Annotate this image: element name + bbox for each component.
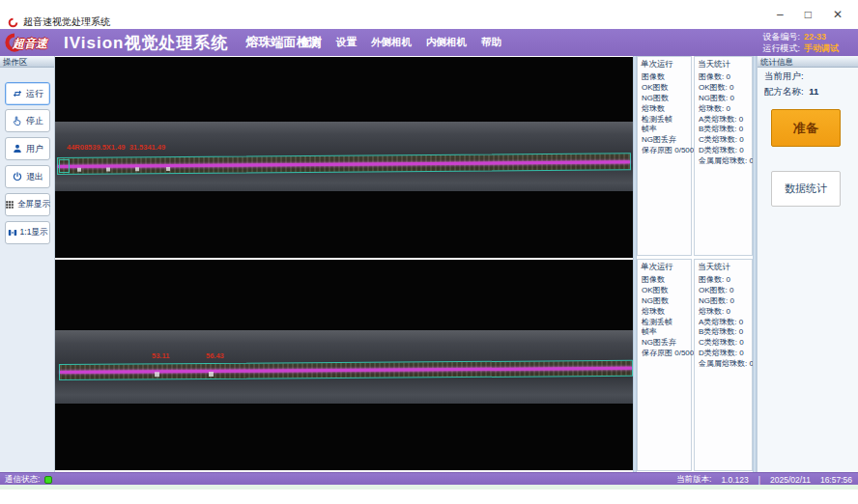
window-title: 超音速视觉处理系统 (23, 15, 110, 29)
recipe-name-value: 11 (809, 86, 818, 97)
stat-row: NG图丢弃 (638, 337, 691, 348)
stat-row: NG图数: 0 (695, 295, 752, 306)
run-button[interactable]: 运行 (5, 82, 50, 105)
outer-camera-stats: 单次运行 图像数 OK图数 NG图数 熔珠数 检测丢帧 帧率 NG图丢弃 保存原… (637, 56, 753, 257)
stat-row: NG图丢弃 (638, 134, 691, 145)
menu-item-settings[interactable]: 设置 (336, 36, 357, 49)
stat-row: D类熔珠数: 0 (695, 348, 752, 358)
stat-row: 金属屑熔珠数: 0 (695, 358, 752, 369)
stat-row: 图像数: 0 (695, 71, 752, 82)
run-icon (12, 88, 23, 99)
camera-viewport: 44R08539.5X1.49 31.5341.49 53.11 56.43 (55, 56, 633, 472)
comm-status-led (44, 476, 52, 484)
app-window: 超音速视觉处理系统 – □ ✕ 超音速 IVision视觉处理系统 熔珠端面检测… (0, 0, 858, 504)
exit-button-label: 退出 (26, 171, 43, 183)
stat-row: NG图数 (638, 93, 691, 103)
bead-marker (106, 168, 110, 172)
fullscreen-button-label: 全屏显示 (17, 199, 50, 210)
stat-row: 图像数 (638, 71, 691, 82)
bead-marker (166, 167, 170, 171)
recipe-name-label: 配方名称: (764, 86, 804, 97)
measurement-annotation: 53.11 (152, 351, 169, 360)
measurement-annotation: 44R08539.5X1.49 31.5341.49 (67, 143, 165, 152)
device-info: 设备编号: 22-33 运行模式: 手动调试 (756, 31, 848, 54)
operation-panel-title: 操作区 (0, 56, 54, 68)
run-mode-value: 手动调试 (804, 42, 848, 54)
stat-row: A类熔珠数: 0 (695, 317, 752, 327)
run-button-label: 运行 (26, 88, 43, 100)
recipe-name-row: 配方名称: 11 (758, 83, 858, 98)
app-title: IVision视觉处理系统 (64, 32, 228, 54)
user-icon (12, 143, 23, 154)
maximize-button[interactable]: □ (805, 8, 812, 21)
stat-row: 图像数 (638, 274, 691, 285)
groupbox-title: 单次运行 (638, 260, 691, 274)
status-time: 16:57:56 (820, 475, 852, 485)
stat-row: 帧率 (638, 326, 691, 337)
stat-row: 熔珠数 (638, 306, 691, 317)
stat-row: NG图数 (638, 295, 691, 306)
laser-profile-line (58, 160, 630, 167)
window-controls: – □ ✕ (777, 8, 843, 21)
measurement-annotation: 56.43 (206, 351, 224, 360)
bead-marker (77, 168, 81, 172)
groupbox-title: 单次运行 (638, 57, 691, 71)
stat-row: OK图数: 0 (695, 82, 752, 93)
one-to-one-icon (8, 228, 17, 238)
stat-row: C类熔珠数: 0 (695, 337, 752, 348)
menu-item-recipe[interactable]: 配方 (301, 36, 322, 49)
power-icon (12, 171, 23, 182)
bead-marker (155, 372, 159, 377)
one-to-one-button-label: 1:1显示 (20, 227, 48, 238)
statistics-info-title: 统计信息 (758, 56, 858, 68)
titlebar: 超音速视觉处理系统 – □ ✕ (0, 0, 858, 29)
prepare-button[interactable]: 准备 (771, 109, 841, 147)
menu-item-outer-camera[interactable]: 外侧相机 (371, 36, 412, 49)
menu-bar: 配方 设置 外侧相机 内侧相机 帮助 (301, 29, 501, 56)
stat-row: 保存原图 0/500 (638, 145, 691, 155)
stat-row: 熔珠数: 0 (695, 306, 752, 317)
stat-row: A类熔珠数: 0 (695, 114, 752, 125)
minimize-button[interactable]: – (777, 8, 784, 21)
status-bar: 通信状态: 当前版本: 1.0.123 | 2025/02/11 16:57:5… (0, 472, 858, 485)
inner-camera-stats: 单次运行 图像数 OK图数 NG图数 熔珠数 检测丢帧 帧率 NG图丢弃 保存原… (637, 259, 753, 472)
version-value: 1.0.123 (721, 475, 748, 485)
one-to-one-button[interactable]: 1:1显示 (5, 221, 50, 244)
stat-row: D类熔珠数: 0 (695, 145, 752, 155)
stat-row: C类熔珠数: 0 (695, 134, 752, 145)
data-statistics-button[interactable]: 数据统计 (771, 171, 841, 207)
groupbox-title: 当天统计 (695, 260, 752, 274)
app-logo-icon (8, 17, 18, 28)
stop-button[interactable]: 停止 (5, 109, 50, 132)
menu-item-inner-camera[interactable]: 内侧相机 (426, 36, 467, 49)
device-no-value: 22-33 (804, 31, 848, 42)
fullscreen-grid-icon (5, 200, 14, 210)
fullscreen-button[interactable]: 全屏显示 (5, 193, 50, 216)
operation-sidebar: 操作区 运行 停止 用户 (0, 56, 55, 472)
stat-row: B类熔珠数: 0 (695, 124, 752, 134)
bead-marker (209, 372, 214, 377)
current-user-row: 当前用户: (758, 68, 858, 83)
statistics-info-panel: 统计信息 当前用户: 配方名称: 11 准备 数据统计 (757, 56, 858, 472)
brand-logo: 超音速 (4, 31, 58, 54)
brand-name: 超音速 (13, 36, 47, 52)
stat-row: 帧率 (638, 124, 691, 134)
status-separator: | (758, 475, 760, 485)
single-run-groupbox: 单次运行 图像数 OK图数 NG图数 熔珠数 检测丢帧 帧率 NG图丢弃 保存原… (637, 56, 692, 256)
stat-row: B类熔珠数: 0 (695, 326, 752, 337)
status-date: 2025/02/11 (770, 475, 811, 485)
user-button[interactable]: 用户 (5, 137, 50, 160)
close-button[interactable]: ✕ (833, 8, 843, 21)
titlebar-app-identity: 超音速视觉处理系统 (8, 15, 110, 29)
stop-button-label: 停止 (26, 115, 43, 127)
menu-item-help[interactable]: 帮助 (481, 36, 501, 49)
single-run-groupbox: 单次运行 图像数 OK图数 NG图数 熔珠数 检测丢帧 帧率 NG图丢弃 保存原… (637, 259, 692, 471)
detection-roi-box (59, 159, 70, 173)
exit-button[interactable]: 退出 (5, 165, 50, 188)
user-button-label: 用户 (26, 143, 43, 155)
groupbox-title: 当天统计 (695, 57, 752, 71)
window-bottom-edge (0, 485, 858, 490)
stat-row: OK图数 (638, 82, 691, 93)
run-mode-label: 运行模式: (756, 42, 800, 54)
stat-row: NG图数: 0 (695, 93, 752, 103)
